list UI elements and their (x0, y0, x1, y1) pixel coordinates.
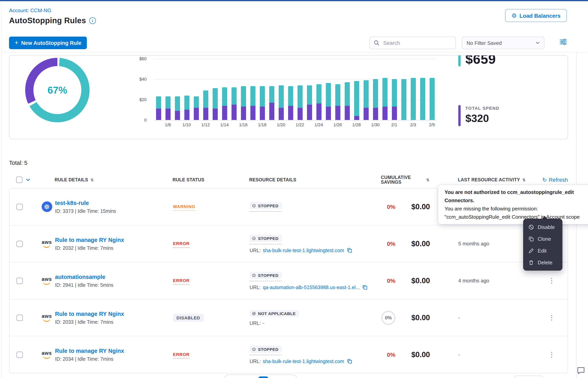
bar: 1/14 (220, 59, 229, 120)
new-autostopping-rule-button[interactable]: + New AutoStopping Rule (9, 37, 87, 49)
bar: 1/10 (182, 59, 192, 120)
select-menu-chevron-icon[interactable] (26, 178, 30, 181)
resource-state-badge[interactable]: ⊙ STOPPED (250, 235, 282, 242)
resource-state-label: STOPPED (258, 203, 279, 208)
header-last-resource-activity[interactable]: LAST RESOURCE ACTIVITY ⇅ (430, 177, 535, 182)
menu-item-delete[interactable]: Delete (523, 256, 562, 268)
select-all-checkbox[interactable] (16, 177, 22, 183)
rule-name-link[interactable]: Rule to manage RY Nginx (55, 237, 173, 243)
savings-amount: $0.00 (396, 313, 430, 322)
savings-percent: 0% (387, 351, 396, 358)
pagination-current-page[interactable] (258, 377, 268, 378)
rule-name-link[interactable]: Rule to manage RY Nginx (55, 348, 173, 354)
total-savings-amount: $659 (465, 55, 496, 67)
resource-state-badge[interactable]: ⊘ NOT APPLICABLE (250, 310, 299, 317)
bar (229, 59, 239, 120)
resource-url-link[interactable]: sha-bulk-rule-test-1.lightwingtest.com (263, 248, 344, 253)
rule-meta: ID: 2033 | Idle Time: 7mins (55, 319, 173, 325)
permission-tooltip: You are not authorized to ccm_autostoppi… (438, 185, 588, 224)
x-tick-label: 1/18 (258, 122, 267, 127)
copy-icon[interactable] (347, 359, 352, 364)
last-activity: - (430, 315, 535, 321)
clone-icon (528, 236, 534, 242)
resource-url-link[interactable]: sha-bulk-rule-test-1.lightwingtest.com (263, 359, 344, 364)
saved-filter-dropdown[interactable]: No Filter Saved (462, 37, 544, 49)
x-tick-label: 2/5 (429, 122, 435, 127)
bar (173, 59, 182, 120)
search-input[interactable] (383, 40, 452, 46)
resource-url-link[interactable]: - (263, 320, 264, 326)
spend-savings-bar-chart: $60 $40 $20 0 1/81/101/121/141/161/181/2… (133, 55, 448, 134)
kubernetes-icon: ☸ (41, 201, 52, 212)
row-checkbox[interactable] (16, 241, 23, 247)
last-activity: - (430, 352, 535, 358)
y-tick: $40 (133, 77, 147, 81)
table-row[interactable]: aws Rule to manage RY Nginx ID: 2032 | I… (9, 225, 568, 262)
rule-name-link[interactable]: test-k8s-rule (55, 200, 173, 206)
resource-state-wrap: ⊙ STOPPED (250, 202, 282, 212)
load-balancers-button[interactable]: ⚙ Load Balancers (505, 9, 567, 22)
url-line: URL: sha-bulk-rule-test-1.lightwingtest.… (250, 248, 376, 253)
header-rule-details[interactable]: RULE DETAILS ⇅ (55, 177, 173, 182)
toolbar: + New AutoStopping Rule No Filter Saved (1, 34, 588, 52)
search-icon (374, 40, 379, 46)
pagination-page-size[interactable] (513, 376, 543, 378)
chat-bubble-icon[interactable] (576, 366, 586, 377)
sort-icon[interactable]: ⇅ (522, 178, 526, 182)
rule-status-badge[interactable]: WARNING (173, 204, 195, 211)
resource-state-icon: ⊙ (252, 347, 256, 351)
resource-url-link[interactable]: qa-automation-alb-515563988.us-east-1.el… (263, 284, 360, 290)
resource-state-badge[interactable]: ⊙ STOPPED (250, 346, 282, 353)
sort-icon[interactable]: ⇅ (426, 178, 430, 182)
rule-name-link[interactable]: automationsample (55, 274, 173, 280)
row-checkbox[interactable] (16, 314, 23, 321)
info-icon[interactable]: i (89, 17, 96, 24)
row-context-menu: Disable Clone Edit Delete (523, 219, 562, 271)
load-balancers-label: Load Balancers (519, 12, 561, 19)
rule-status-badge[interactable]: ERROR (173, 278, 190, 285)
table-row[interactable]: aws Rule to manage RY Nginx ID: 2033 | I… (9, 299, 568, 336)
menu-item-disable[interactable]: Disable (523, 221, 562, 233)
search-box[interactable] (370, 37, 456, 49)
copy-icon[interactable] (362, 285, 368, 290)
x-tick-label: 1/28 (352, 122, 361, 127)
pagination[interactable] (223, 375, 298, 378)
table-row[interactable]: aws Rule to manage RY Nginx ID: 2034 | I… (9, 336, 568, 373)
x-tick-label: 1/20 (277, 122, 285, 127)
row-menu-kebab[interactable]: ⋮ (548, 277, 555, 284)
rule-status-badge[interactable]: DISABLED (173, 314, 204, 322)
header-resource-details: RESOURCE DETAILS (249, 177, 375, 182)
saved-filter-value: No Filter Saved (467, 40, 502, 46)
total-spend-amount: $320 (465, 112, 499, 125)
row-checkbox[interactable] (16, 203, 23, 210)
refresh-link[interactable]: ↻ Refresh (535, 177, 568, 183)
rule-meta: ID: 2032 | Idle Time: 7mins (55, 245, 173, 251)
header-cumulative-savings[interactable]: CUMULATIVE SAVINGS ⇅ (375, 175, 430, 185)
row-menu-kebab[interactable]: ⋮ (548, 314, 555, 321)
sort-icon[interactable]: ⇅ (90, 178, 94, 182)
row-checkbox[interactable] (16, 351, 23, 358)
row-menu-kebab[interactable]: ⋮ (548, 351, 555, 358)
filter-panel-icon[interactable] (560, 39, 567, 45)
rule-status-badge[interactable]: ERROR (173, 241, 190, 248)
resource-state-badge[interactable]: ⊙ STOPPED (250, 272, 282, 279)
top-accent-bar (0, 0, 588, 1)
bar: 1/18 (257, 59, 267, 120)
aws-logo-text: aws (42, 240, 52, 245)
account-breadcrumb[interactable]: Account: CCM-NG (9, 7, 51, 13)
plus-icon: + (14, 39, 18, 47)
savings-amount: $0.00 (396, 202, 430, 211)
aws-icon: aws (42, 313, 52, 322)
delete-icon (528, 259, 534, 265)
total-spend-stat: TOTAL SPEND $320 (458, 105, 499, 126)
menu-item-edit[interactable]: Edit (523, 245, 562, 256)
row-checkbox[interactable] (16, 278, 23, 284)
x-tick-label: 2/3 (410, 122, 416, 127)
copy-icon[interactable] (347, 248, 352, 253)
rule-name-link[interactable]: Rule to manage RY Nginx (55, 310, 173, 317)
table-row[interactable]: aws automationsample ID: 2941 | Idle Tim… (9, 262, 568, 299)
aws-smile-arc (43, 244, 51, 248)
menu-item-clone[interactable]: Clone (523, 233, 562, 245)
rule-status-badge[interactable]: ERROR (173, 352, 190, 359)
resource-state-badge[interactable]: ⊙ STOPPED (250, 202, 282, 209)
